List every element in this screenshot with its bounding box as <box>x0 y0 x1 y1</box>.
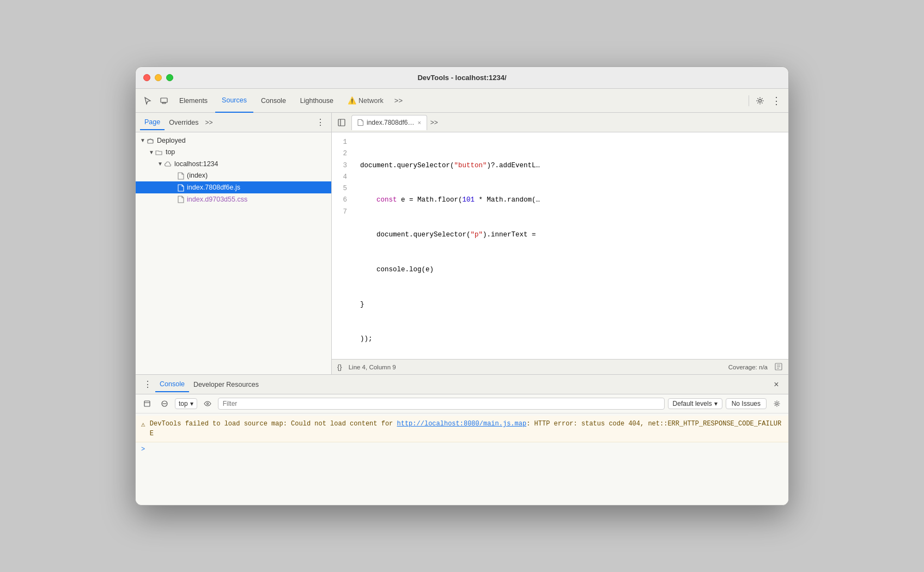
cursor-icon[interactable] <box>140 93 155 108</box>
tab-sources-label: Sources <box>222 96 247 104</box>
file-css-icon <box>177 195 184 204</box>
tab-elements[interactable]: Elements <box>173 89 214 113</box>
folder-icon <box>155 148 163 157</box>
lp-tab-page-label: Page <box>144 118 160 126</box>
lp-dots-button[interactable]: ⋮ <box>314 117 327 127</box>
devtools-body: Page Overrides >> ⋮ ▼ <box>136 113 788 505</box>
more-options-icon[interactable]: ⋮ <box>769 93 784 108</box>
minimize-button[interactable] <box>155 74 162 81</box>
svg-point-14 <box>206 403 208 405</box>
svg-rect-10 <box>144 401 150 406</box>
levels-dropdown-icon: ▾ <box>714 400 718 407</box>
warning-text: DevTools failed to load source map: Coul… <box>150 419 783 439</box>
tree-item-top[interactable]: ▼ top <box>136 147 331 159</box>
tab-console-label: Console <box>261 97 286 105</box>
tab-network[interactable]: ⚠️ Network <box>341 89 390 113</box>
cursor-position: Line 4, Column 9 <box>349 364 722 370</box>
svg-point-15 <box>776 403 778 405</box>
tree-item-deployed[interactable]: ▼ Deployed <box>136 135 331 147</box>
console-warning-message: ⚠ DevTools failed to load source map: Co… <box>136 416 788 442</box>
format-button[interactable] <box>774 362 783 372</box>
prompt-chevron: > <box>141 446 145 453</box>
console-messages: ⚠ DevTools failed to load source map: Co… <box>136 413 788 505</box>
tree-item-indexcss[interactable]: index.d9703d55.css <box>136 193 331 205</box>
svg-rect-1 <box>162 102 166 104</box>
tree-arrow-top: ▼ <box>149 149 154 155</box>
dev-resources-label: Developer Resources <box>193 381 259 388</box>
devtools-tab-bar: Elements Sources Console Lighthouse ⚠️ N… <box>136 89 788 113</box>
indexjs-label: index.7808df6e.js <box>187 184 240 191</box>
tree-item-index[interactable]: (index) <box>136 170 331 182</box>
source-map-link[interactable]: http://localhost:8080/main.js.map <box>397 420 527 428</box>
levels-label: Default levels <box>673 400 712 407</box>
console-tab-console[interactable]: Console <box>155 377 189 392</box>
tree-item-localhost[interactable]: ▼ localhost:1234 <box>136 158 331 170</box>
editor-tab-label: index.7808df6… <box>367 119 414 126</box>
localhost-label: localhost:1234 <box>174 160 218 168</box>
console-tab-dev-resources[interactable]: Developer Resources <box>189 378 263 392</box>
title-bar: DevTools - localhost:1234/ <box>136 67 788 89</box>
lp-tab-overrides[interactable]: Overrides <box>165 115 203 130</box>
tab-sources[interactable]: Sources <box>215 89 253 113</box>
indexcss-label: index.d9703d55.css <box>187 196 247 203</box>
dots-icon: ⋮ <box>771 95 781 107</box>
coverage-label: Coverage: n/a <box>728 364 768 370</box>
console-filter-input[interactable] <box>218 398 665 410</box>
tab-network-label: Network <box>358 97 384 105</box>
toolbar-separator <box>749 95 749 106</box>
tree-item-indexjs[interactable]: index.7808df6e.js <box>136 181 331 193</box>
editor-tab-bar: index.7808df6… × >> <box>332 113 788 132</box>
console-dots-button[interactable]: ⋮ <box>140 379 155 390</box>
left-panel: Page Overrides >> ⋮ ▼ <box>136 113 332 374</box>
tab-elements-label: Elements <box>179 97 208 105</box>
warning-icon: ⚠ <box>141 419 145 430</box>
tab-console[interactable]: Console <box>254 89 293 113</box>
console-toolbar: top ▾ Default levels ▾ No Issues <box>136 394 788 413</box>
console-prompt[interactable]: > <box>136 442 788 457</box>
lp-tabs-more[interactable]: >> <box>203 119 215 126</box>
lp-tab-page[interactable]: Page <box>140 115 165 130</box>
line-numbers: 1 2 3 4 5 6 7 <box>332 137 354 355</box>
tree-arrow-localhost: ▼ <box>157 161 163 167</box>
file-icon <box>177 172 184 180</box>
device-toggle-icon[interactable] <box>156 93 172 108</box>
console-close-button[interactable]: × <box>769 377 784 392</box>
tabs-more-button[interactable]: >> <box>391 96 406 105</box>
console-play-button[interactable] <box>140 397 154 411</box>
window-controls <box>143 74 173 81</box>
console-settings-icon[interactable] <box>770 397 784 411</box>
devtools-main: Page Overrides >> ⋮ ▼ <box>136 113 788 374</box>
console-levels-selector[interactable]: Default levels ▾ <box>668 398 722 409</box>
close-button[interactable] <box>143 74 150 81</box>
editor-tab-close[interactable]: × <box>417 119 421 126</box>
console-issues-button[interactable]: No Issues <box>726 398 767 409</box>
console-eye-button[interactable] <box>200 397 215 411</box>
maximize-button[interactable] <box>166 74 173 81</box>
context-dropdown-icon: ▾ <box>190 400 193 407</box>
tab-lighthouse-label: Lighthouse <box>300 97 333 105</box>
format-braces-icon[interactable]: {} <box>337 363 342 371</box>
settings-gear-icon[interactable] <box>752 93 768 108</box>
lp-tab-overrides-label: Overrides <box>169 119 198 126</box>
console-section: ⋮ Console Developer Resources × <box>136 374 788 505</box>
cube-icon <box>147 136 154 145</box>
tree-arrow-deployed: ▼ <box>140 137 145 143</box>
issues-label: No Issues <box>732 400 761 407</box>
file-js-icon <box>177 183 184 192</box>
deployed-label: Deployed <box>157 137 186 144</box>
svg-rect-4 <box>338 119 345 126</box>
console-tab-label: Console <box>160 380 185 388</box>
top-label: top <box>166 148 175 156</box>
right-panel: index.7808df6… × >> 1 2 3 4 5 6 7 <box>332 113 788 374</box>
editor-status-bar: {} Line 4, Column 9 Coverage: n/a <box>332 359 788 374</box>
editor-tab-indexjs[interactable]: index.7808df6… × <box>351 115 427 130</box>
tab-lighthouse[interactable]: Lighthouse <box>294 89 340 113</box>
console-context-selector[interactable]: top ▾ <box>175 398 197 409</box>
editor-tabs-more[interactable]: >> <box>427 119 441 126</box>
svg-rect-0 <box>161 98 167 102</box>
panel-layout-icon[interactable] <box>334 115 349 130</box>
code-editor[interactable]: 1 2 3 4 5 6 7 document.querySelector("bu… <box>332 132 788 359</box>
window-title: DevTools - localhost:1234/ <box>417 74 506 82</box>
console-clear-button[interactable] <box>157 397 172 411</box>
context-label: top <box>179 400 188 407</box>
